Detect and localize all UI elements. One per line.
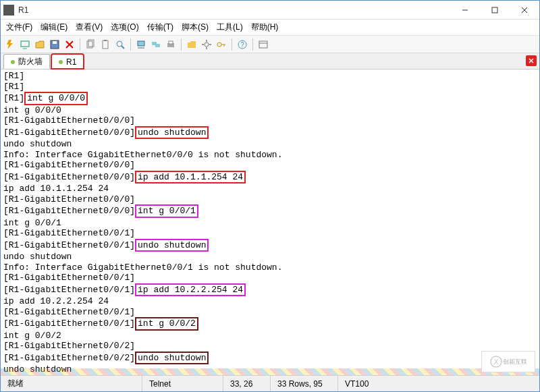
tb-disconnect[interactable] — [63, 38, 76, 51]
line-prompt: [R1-GigabitEthernet0/0/0] — [3, 194, 135, 204]
menu-edit[interactable]: 编辑(E) — [40, 22, 68, 33]
status-protocol: Telnet — [142, 376, 223, 391]
toolbar-separator — [232, 38, 232, 51]
lightning-icon — [5, 39, 16, 50]
app-icon — [3, 5, 14, 16]
line-prompt: [R1-GigabitEthernet0/0/1] — [3, 318, 135, 329]
statusbar: 就绪 Telnet 33, 26 33 Rows, 95 VT100 — [1, 375, 539, 391]
line-prompt: Info: Interface GigabitEthernet0/0/0 is … — [3, 150, 282, 160]
terminal-line: [R1-GigabitEthernet0/0/1]ip add 10.2.2.2… — [3, 283, 537, 297]
disk-icon — [49, 39, 60, 50]
menu-scripts[interactable]: 脚本(S) — [182, 22, 209, 33]
highlighted-command: undo shutdown — [135, 239, 209, 252]
tb-host-2[interactable] — [149, 38, 163, 51]
tb-find[interactable] — [113, 38, 127, 51]
highlighted-command: int g 0/0/0 — [24, 92, 88, 105]
menu-transfer[interactable]: 传输(T) — [147, 22, 173, 33]
minimize-icon — [462, 7, 468, 13]
line-prompt: [R1-GigabitEthernet0/0/0] — [3, 128, 135, 138]
terminal-line: [R1-GigabitEthernet0/0/1]undo shutdown — [3, 239, 537, 252]
highlighted-command: ip add 10.2.2.254 24 — [135, 283, 246, 297]
line-prompt: [R1-GigabitEthernet0/0/2] — [3, 353, 135, 363]
line-prompt: undo shutdown — [3, 364, 72, 374]
paste-icon — [100, 39, 111, 50]
menu-file[interactable]: 文件(F) — [6, 22, 32, 33]
app-window: R1 文件(F) 编辑(E) 查看(V) 选项(O) 传输(T) 脚本(S) 工… — [0, 0, 540, 392]
toolbar-separator — [252, 38, 253, 51]
close-icon — [528, 57, 535, 64]
toolbar-separator — [181, 38, 182, 51]
toolbar-separator — [80, 38, 80, 51]
status-size: 33 Rows, 95 — [271, 376, 338, 391]
highlighted-command: int g 0/0/1 — [135, 204, 198, 218]
svg-rect-19 — [155, 44, 160, 47]
menu-help[interactable]: 帮助(H) — [251, 22, 279, 33]
highlighted-command: undo shutdown — [135, 126, 209, 140]
tb-explorer[interactable] — [185, 38, 198, 51]
tb-print[interactable] — [164, 38, 178, 51]
minimize-button[interactable] — [450, 1, 480, 20]
line-prompt: undo shutdown — [3, 139, 72, 149]
tb-quick-connect[interactable] — [3, 38, 17, 51]
menu-view[interactable]: 查看(V) — [76, 22, 103, 33]
menu-tools[interactable]: 工具(L) — [217, 22, 243, 33]
window-controls — [450, 1, 539, 20]
close-icon — [521, 7, 528, 13]
tb-panel[interactable] — [256, 38, 270, 51]
terminal-line: [R1-GigabitEthernet0/0/0] — [3, 115, 537, 126]
svg-rect-7 — [53, 41, 57, 44]
folder-icon — [34, 39, 45, 50]
terminal-line: [R1-GigabitEthernet0/0/1]int g 0/0/2 — [3, 317, 537, 331]
line-prompt: Info: Interface GigabitEthernet0/0/1 is … — [3, 262, 282, 273]
terminal-line: ip add 10.1.1.254 24 — [3, 184, 537, 194]
line-prompt: [R1] — [3, 71, 24, 81]
tb-paste[interactable] — [99, 38, 112, 51]
title-left: R1 — [1, 5, 28, 16]
tb-options[interactable] — [200, 38, 213, 51]
tb-copy[interactable] — [84, 38, 97, 51]
svg-text:?: ? — [240, 41, 244, 49]
tab-close-button[interactable] — [526, 55, 537, 66]
terminal-line: [R1-GigabitEthernet0/0/1] — [3, 228, 537, 239]
terminal-line: Info: Interface GigabitEthernet0/0/2 is … — [3, 375, 537, 376]
line-prompt: Info: Interface GigabitEthernet0/0/2 is … — [3, 375, 282, 376]
terminal-line: [R1-GigabitEthernet0/0/0]undo shutdown — [3, 126, 537, 140]
tab-firewall[interactable]: 防火墙 — [3, 54, 50, 69]
find-icon — [115, 39, 126, 50]
tb-host-1[interactable] — [134, 38, 148, 51]
titlebar: R1 — [1, 1, 539, 20]
tb-session-2[interactable] — [33, 38, 47, 51]
tab-r1[interactable]: R1 — [51, 54, 84, 69]
maximize-button[interactable] — [480, 1, 510, 20]
tb-help[interactable]: ? — [236, 38, 249, 51]
svg-rect-12 — [103, 40, 108, 49]
line-prompt: int g 0/0/2 — [3, 331, 61, 341]
line-prompt: [R1-GigabitEthernet0/0/0] — [3, 172, 135, 182]
tb-key[interactable] — [215, 38, 228, 51]
line-prompt: [R1-GigabitEthernet0/0/1] — [3, 273, 135, 283]
tb-session-1[interactable] — [18, 38, 32, 51]
line-prompt: [R1-GigabitEthernet0/0/0] — [3, 206, 135, 216]
tb-session-3[interactable] — [48, 38, 61, 51]
panel-icon — [258, 39, 269, 50]
help-icon: ? — [237, 39, 248, 50]
svg-point-22 — [205, 43, 209, 47]
line-prompt: [R1-GigabitEthernet0/0/2] — [3, 341, 135, 351]
menubar: 文件(F) 编辑(E) 查看(V) 选项(O) 传输(T) 脚本(S) 工具(L… — [1, 20, 539, 36]
line-prompt: [R1-GigabitEthernet0/0/0] — [3, 160, 135, 170]
terminal-line: undo shutdown — [3, 139, 537, 150]
terminal-line: undo shutdown — [3, 364, 537, 375]
terminal-output[interactable]: [R1][R1][R1]int g 0/0/0int g 0/0/0[R1-Gi… — [1, 69, 539, 375]
line-prompt: [R1-GigabitEthernet0/0/1] — [3, 285, 135, 295]
svg-rect-1 — [492, 7, 497, 13]
terminal-line: [R1]int g 0/0/0 — [3, 92, 537, 105]
close-button[interactable] — [510, 1, 539, 20]
terminal-line: int g 0/0/2 — [3, 331, 537, 341]
menu-options[interactable]: 选项(O) — [111, 22, 138, 33]
terminal-line: [R1-GigabitEthernet0/0/0] — [3, 194, 537, 205]
terminal-line: Info: Interface GigabitEthernet0/0/0 is … — [3, 150, 537, 161]
line-prompt: ip add 10.2.2.254 24 — [3, 296, 109, 306]
svg-line-15 — [122, 46, 124, 49]
svg-rect-16 — [138, 41, 144, 46]
terminal-line: [R1-GigabitEthernet0/0/0]ip add 10.1.1.2… — [3, 171, 537, 184]
